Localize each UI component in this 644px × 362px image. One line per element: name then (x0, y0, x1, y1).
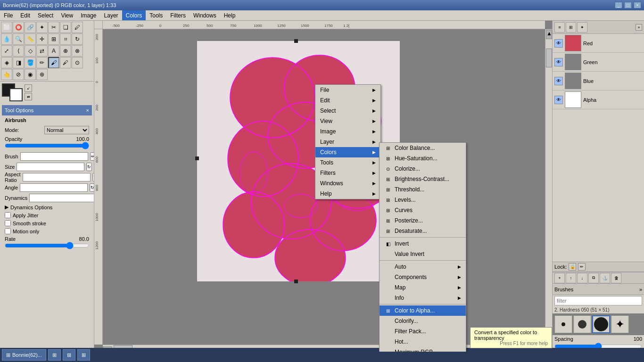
perspective-clone-tool[interactable]: ◈ (1, 57, 12, 68)
colors-item-maximum-rgb[interactable]: Maximum RGB... (380, 347, 466, 352)
align-tool[interactable]: ⊞ (48, 33, 59, 45)
move-tool[interactable]: ✛ (36, 33, 48, 45)
dynamics-input[interactable]: Pressure Opacity (29, 194, 94, 202)
colors-item-value-invert[interactable]: Value Invert (380, 249, 466, 259)
aspect-input[interactable]: 0.00 (23, 173, 91, 181)
colors-item-auto[interactable]: Auto (380, 262, 466, 272)
menu-item-edit[interactable]: Edit (315, 95, 380, 106)
colors-item-components[interactable]: Components (380, 272, 466, 282)
colors-item-info[interactable]: Info (380, 293, 466, 303)
rotate-tool[interactable]: ↻ (72, 33, 83, 45)
taskbar-btn-1[interactable]: ⊞ Bonnie(62)... (2, 349, 46, 361)
color-picker-tool[interactable]: 💧 (1, 33, 12, 45)
dodge-burn-tool[interactable]: ⊙ (72, 57, 83, 68)
menu-item-colors[interactable]: Colors (315, 147, 380, 157)
heal-tool[interactable]: ⊗ (72, 45, 83, 57)
lock-button[interactable]: 🔒 (569, 263, 576, 271)
delete-layer-button[interactable]: 🗑 (611, 273, 621, 283)
selection-handle-top[interactable] (294, 39, 298, 43)
colors-item-map[interactable]: Map (380, 282, 466, 293)
brush-item-star[interactable]: ✦ (611, 315, 629, 333)
vertical-scrollbar[interactable]: ▲ ▼ (545, 29, 552, 345)
smudge-tool[interactable]: 👆 (1, 69, 12, 80)
layer-row-red[interactable]: 👁 Red (553, 34, 644, 53)
menu-image[interactable]: Image (77, 10, 100, 20)
text-tool[interactable]: A (48, 45, 59, 57)
menu-item-help[interactable]: Help (315, 189, 380, 199)
menu-windows[interactable]: Windows (190, 10, 220, 20)
menu-item-filters[interactable]: Filters (315, 168, 380, 178)
maximize-button[interactable]: □ (624, 2, 632, 8)
brush-input[interactable]: 2. Hardness 050 (20, 152, 88, 161)
menu-colors[interactable]: Colors (122, 10, 146, 20)
panel-expand-btn[interactable]: » (636, 24, 642, 31)
foreground-select-tool[interactable]: ❏ (60, 22, 71, 33)
new-layer-button[interactable]: + (554, 273, 565, 283)
airbrush-tool[interactable]: 🖌 (48, 57, 59, 68)
layer-row-blue[interactable]: 👁 Blue (553, 72, 644, 90)
menu-item-image[interactable]: Image (315, 126, 380, 137)
scale-tool[interactable]: ⤢ (1, 45, 12, 57)
taskbar-btn-3[interactable]: ⊞ (63, 349, 75, 361)
swap-colors-button[interactable]: ⇄ (25, 93, 32, 100)
menu-filters[interactable]: Filters (166, 10, 190, 20)
menu-item-tools[interactable]: Tools (315, 157, 380, 168)
convolve-tool[interactable]: ⊛ (36, 69, 48, 80)
ink-tool[interactable]: 🖋 (60, 57, 71, 68)
zoom-tool[interactable]: 🔍 (13, 33, 24, 45)
vscroll-up[interactable]: ▲ (546, 30, 552, 39)
colors-item-posterize[interactable]: ⊞ Posterize... (380, 215, 466, 226)
free-select-tool[interactable]: 🔗 (25, 22, 36, 33)
menu-item-select[interactable]: Select (315, 106, 380, 116)
lower-layer-button[interactable]: ↓ (577, 273, 587, 283)
layer-row-green[interactable]: 👁 Green (553, 53, 644, 72)
paths-panel-btn[interactable]: ✦ (577, 22, 587, 33)
ellipse-select-tool[interactable]: ⭕ (13, 22, 24, 33)
background-color[interactable] (9, 88, 23, 101)
taskbar-btn-2[interactable]: ⊞ (48, 349, 61, 361)
colors-item-hue-saturation[interactable]: ⊞ Hue-Saturation... (380, 153, 466, 164)
brush-item-medium[interactable] (573, 315, 591, 333)
erase-tool[interactable]: ⊘ (13, 69, 24, 80)
menu-edit[interactable]: Edit (17, 10, 34, 20)
apply-jitter-checkbox[interactable] (5, 212, 11, 218)
brush-item-small[interactable] (554, 315, 572, 333)
duplicate-layer-button[interactable]: ⧉ (588, 273, 599, 283)
selection-handle-left[interactable] (195, 156, 199, 160)
flip-tool[interactable]: ⇄ (36, 45, 48, 57)
motion-only-checkbox[interactable] (5, 228, 11, 234)
channels-panel-btn[interactable]: ⊞ (566, 22, 576, 33)
menu-tools[interactable]: Tools (146, 10, 166, 20)
anchor-layer-button[interactable]: ⚓ (600, 273, 610, 283)
angle-reset-button[interactable]: ↻ (90, 183, 94, 192)
smooth-stroke-checkbox[interactable] (5, 220, 11, 226)
colors-item-color-to-alpha[interactable]: ⊞ Color to Alpha... (380, 305, 466, 316)
clone-tool[interactable]: ⊕ (60, 45, 71, 57)
layer-eye-blue[interactable]: 👁 (554, 77, 563, 85)
raise-layer-button[interactable]: ↑ (566, 273, 576, 283)
scissors-select-tool[interactable]: ✂ (48, 22, 59, 33)
colors-item-threshold[interactable]: ⊞ Threshold... (380, 184, 466, 195)
tool-options-close[interactable]: × (86, 107, 89, 113)
brush-edit-button[interactable]: ✏ (90, 152, 94, 161)
colors-item-color-balance[interactable]: ⊞ Color Balance... (380, 143, 466, 153)
colors-item-levels[interactable]: ⊞ Levels... (380, 195, 466, 205)
reset-colors-button[interactable]: ↙ (25, 84, 32, 92)
lock-pencil-button[interactable]: ✏ (578, 263, 586, 271)
colors-item-colorify[interactable]: Colorify... (380, 316, 466, 326)
menu-item-file[interactable]: File (315, 85, 380, 95)
opacity-slider[interactable] (5, 142, 89, 149)
angle-input[interactable]: 0.00 (20, 183, 88, 192)
menu-file[interactable]: File (0, 10, 17, 20)
rate-slider[interactable] (5, 242, 89, 249)
menu-layer[interactable]: Layer (100, 10, 122, 20)
layer-row-alpha[interactable]: 👁 Alpha (553, 90, 644, 109)
vscroll-thumb[interactable] (546, 49, 552, 67)
menu-help[interactable]: Help (220, 10, 239, 20)
menu-item-view[interactable]: View (315, 116, 380, 126)
aspect-reset-button[interactable]: ↻ (92, 173, 94, 181)
colors-item-brightness-contrast[interactable]: ⊞ Brightness-Contrast... (380, 174, 466, 184)
layers-panel-btn[interactable]: ≡ (554, 22, 565, 33)
layer-eye-green[interactable]: 👁 (554, 58, 563, 66)
brush-filter-input[interactable] (554, 296, 642, 305)
